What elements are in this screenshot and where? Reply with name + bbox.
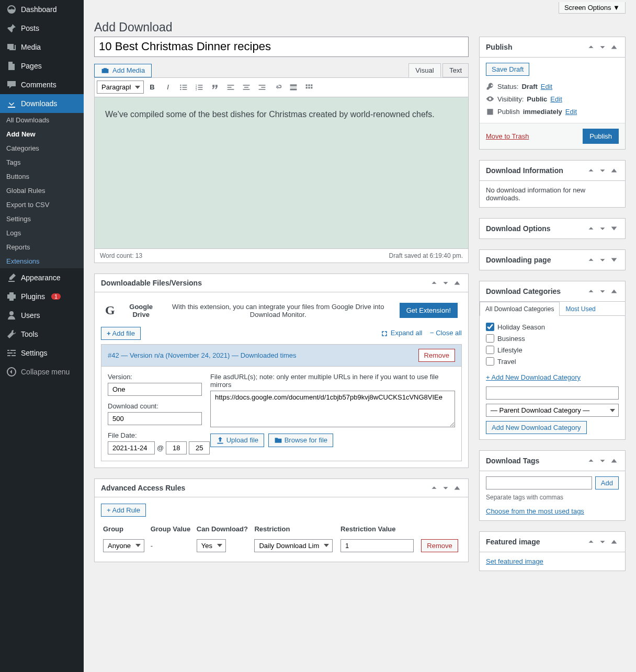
add-file-button[interactable]: + Add file	[101, 327, 141, 340]
quote-button[interactable]	[208, 80, 222, 95]
chevron-down-icon[interactable]	[598, 537, 607, 546]
url-textarea[interactable]	[210, 391, 455, 427]
can-dl-select[interactable]: Yes	[197, 539, 226, 552]
category-item[interactable]: Lifestyle	[486, 344, 619, 356]
sidebar-posts[interactable]: Posts	[0, 19, 84, 38]
chevron-up-icon[interactable]	[586, 287, 596, 296]
triangle-up-icon[interactable]	[609, 287, 619, 296]
sidebar-settings[interactable]: Settings	[0, 344, 84, 362]
sub-logs[interactable]: Logs	[0, 226, 84, 240]
add-new-category-link[interactable]: + Add New Download Category	[486, 373, 581, 381]
triangle-down-icon[interactable]	[609, 255, 619, 265]
screen-options-button[interactable]: Screen Options ▼	[559, 2, 626, 14]
file-hour-input[interactable]	[166, 441, 187, 454]
align-right-button[interactable]	[255, 80, 269, 95]
close-all-link[interactable]: − Close all	[430, 329, 462, 337]
link-button[interactable]	[270, 80, 285, 95]
add-media-button[interactable]: Add Media	[94, 64, 152, 77]
chevron-down-icon[interactable]	[441, 278, 450, 288]
chevron-up-icon[interactable]	[586, 42, 596, 52]
align-left-button[interactable]	[223, 80, 238, 95]
numbered-list-button[interactable]: 123	[192, 80, 207, 95]
chevron-down-icon[interactable]	[598, 224, 607, 233]
triangle-up-icon[interactable]	[452, 483, 462, 493]
sidebar-comments[interactable]: Comments	[0, 75, 84, 94]
sub-buttons[interactable]: Buttons	[0, 169, 84, 184]
readmore-button[interactable]	[286, 80, 301, 95]
add-tag-button[interactable]: Add	[595, 476, 619, 489]
group-select[interactable]: Anyone	[103, 539, 144, 552]
restriction-select[interactable]: Daily Download Limit	[254, 539, 333, 552]
chevron-up-icon[interactable]	[586, 255, 596, 265]
chevron-down-icon[interactable]	[598, 255, 607, 265]
triangle-up-icon[interactable]	[609, 537, 619, 546]
file-date-input[interactable]	[108, 441, 155, 454]
chevron-down-icon[interactable]	[441, 483, 450, 493]
version-header[interactable]: #42 — Version n/a (November 24, 2021) — …	[101, 344, 462, 367]
sidebar-downloads[interactable]: Downloads	[0, 94, 84, 113]
sub-tags[interactable]: Tags	[0, 155, 84, 169]
move-to-trash-link[interactable]: Move to Trash	[486, 132, 529, 140]
add-rule-button[interactable]: + Add Rule	[101, 504, 146, 517]
category-item[interactable]: Holiday Season	[486, 321, 619, 333]
sidebar-collapse[interactable]: Collapse menu	[0, 362, 84, 381]
format-select[interactable]: Paragraph	[97, 81, 144, 94]
triangle-up-icon[interactable]	[609, 166, 619, 175]
chevron-up-icon[interactable]	[429, 278, 439, 288]
chevron-up-icon[interactable]	[429, 483, 439, 493]
browse-file-button[interactable]: Browse for file	[268, 434, 333, 448]
sidebar-tools[interactable]: Tools	[0, 325, 84, 344]
bold-button[interactable]: B	[145, 80, 160, 95]
triangle-down-icon[interactable]	[609, 224, 619, 233]
version-input[interactable]	[108, 383, 202, 396]
parent-category-select[interactable]: — Parent Download Category —	[486, 404, 619, 417]
chevron-up-icon[interactable]	[586, 456, 596, 465]
sub-add-new[interactable]: Add New	[0, 127, 84, 141]
chevron-down-icon[interactable]	[598, 42, 607, 52]
expand-all-link[interactable]: Expand all	[380, 329, 424, 337]
set-featured-image-link[interactable]: Set featured image	[486, 557, 543, 565]
chevron-down-icon[interactable]	[598, 166, 607, 175]
sub-reports[interactable]: Reports	[0, 240, 84, 254]
editor-content[interactable]: We've compiled some of the best dishes f…	[94, 97, 469, 249]
category-checkbox[interactable]	[486, 346, 494, 354]
sidebar-appearance[interactable]: Appearance	[0, 268, 84, 287]
category-item[interactable]: Business	[486, 333, 619, 344]
publish-button[interactable]: Publish	[583, 129, 619, 144]
chevron-up-icon[interactable]	[586, 166, 596, 175]
sub-export-csv[interactable]: Export to CSV	[0, 198, 84, 212]
file-min-input[interactable]	[189, 441, 210, 454]
remove-rule-button[interactable]: Remove	[421, 539, 458, 552]
new-category-input[interactable]	[486, 386, 619, 400]
add-new-category-button[interactable]: Add New Download Category	[486, 421, 587, 434]
triangle-up-icon[interactable]	[609, 42, 619, 52]
sidebar-dashboard[interactable]: Dashboard	[0, 0, 84, 19]
sub-extensions[interactable]: Extensions	[0, 254, 84, 268]
tab-text[interactable]: Text	[442, 63, 469, 77]
chevron-down-icon[interactable]	[598, 456, 607, 465]
category-checkbox[interactable]	[486, 323, 494, 331]
tab-most-used[interactable]: Most Used	[560, 302, 601, 316]
remove-version-button[interactable]: Remove	[418, 349, 455, 362]
choose-tags-link[interactable]: Choose from the most used tags	[486, 507, 584, 515]
category-checkbox[interactable]	[486, 357, 494, 366]
bullet-list-button[interactable]	[176, 80, 191, 95]
sidebar-media[interactable]: Media	[0, 38, 84, 56]
chevron-down-icon[interactable]	[598, 287, 607, 296]
category-item[interactable]: Travel	[486, 356, 619, 367]
tab-visual[interactable]: Visual	[408, 63, 440, 77]
sidebar-users[interactable]: Users	[0, 306, 84, 325]
tab-all-categories[interactable]: All Download Categories	[480, 302, 560, 316]
triangle-up-icon[interactable]	[452, 278, 462, 288]
category-checkbox[interactable]	[486, 334, 494, 343]
triangle-up-icon[interactable]	[609, 456, 619, 465]
kitchen-sink-button[interactable]	[302, 80, 316, 95]
upload-file-button[interactable]: Upload file	[210, 434, 264, 448]
italic-button[interactable]: I	[161, 80, 175, 95]
save-draft-button[interactable]: Save Draft	[486, 63, 529, 76]
sub-all-downloads[interactable]: All Downloads	[0, 113, 84, 127]
download-title-input[interactable]	[94, 37, 469, 57]
chevron-up-icon[interactable]	[586, 224, 596, 233]
restriction-value-input[interactable]	[340, 539, 414, 552]
dlcount-input[interactable]	[108, 412, 202, 425]
